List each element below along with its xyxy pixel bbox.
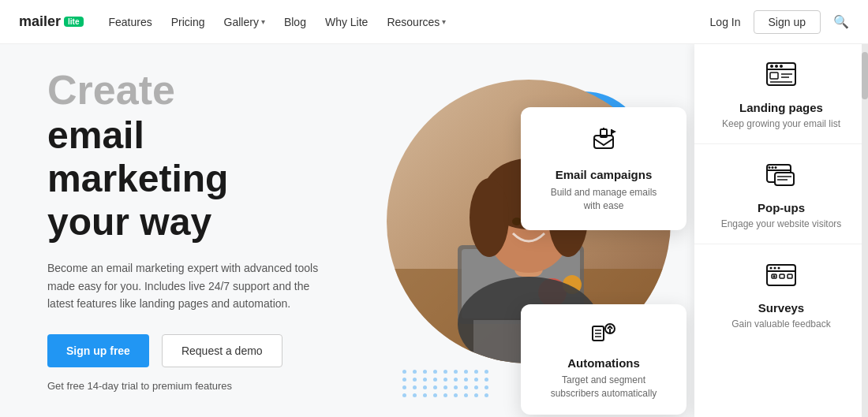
email-campaigns-title: Email campaigns	[543, 168, 664, 181]
trial-text: Get free 14-day trial to premium feature…	[47, 380, 331, 392]
landing-pages-desc: Keep growing your email list	[722, 117, 840, 131]
hero-description: Become an email marketing expert with ad…	[47, 259, 331, 312]
dropdown-item-landing-pages[interactable]: Landing pages Keep growing your email li…	[694, 44, 868, 144]
popups-title: Pop-ups	[758, 201, 805, 214]
svg-point-41	[770, 266, 773, 269]
svg-rect-24	[770, 73, 778, 79]
automations-card: Automations Target and segment subscribe…	[521, 304, 687, 415]
logo-text: mailer	[19, 13, 61, 30]
surveys-title: Surveys	[758, 301, 804, 315]
popups-desc: Engage your website visitors	[721, 218, 842, 231]
automations-title: Automations	[540, 356, 668, 370]
svg-point-9	[470, 178, 509, 257]
svg-point-29	[775, 65, 778, 68]
signup-free-button[interactable]: Sign up free	[47, 334, 149, 367]
logo[interactable]: mailer lite	[19, 13, 84, 30]
dots-decoration	[402, 370, 491, 397]
hero-buttons: Sign up free Request a demo	[47, 334, 331, 367]
landing-pages-icon	[762, 57, 800, 95]
logo-badge: lite	[64, 17, 83, 27]
svg-point-43	[778, 266, 780, 269]
svg-point-37	[772, 166, 774, 169]
svg-point-38	[775, 166, 777, 169]
chevron-down-icon: ▾	[261, 17, 265, 26]
popups-icon	[762, 157, 800, 195]
nav-pricing[interactable]: Pricing	[171, 16, 205, 28]
signup-button[interactable]: Sign up	[754, 10, 821, 34]
svg-point-47	[773, 275, 776, 277]
svg-point-42	[774, 266, 776, 269]
navbar: mailer lite Features Pricing Gallery ▾ B…	[0, 0, 868, 44]
email-campaigns-icon	[543, 125, 664, 162]
nav-blog[interactable]: Blog	[284, 16, 306, 28]
svg-rect-33	[775, 173, 794, 185]
surveys-icon	[762, 257, 800, 295]
email-campaigns-desc: Build and manage emails with ease	[543, 186, 664, 213]
scrollbar[interactable]	[862, 44, 868, 417]
request-demo-button[interactable]: Request a demo	[162, 334, 282, 367]
svg-point-28	[770, 65, 773, 68]
svg-rect-46	[788, 274, 792, 278]
hero-visual: // dots rendered below Email campaigns B…	[363, 44, 868, 417]
svg-point-30	[780, 65, 783, 68]
automations-desc: Target and segment subscribers automatic…	[540, 374, 668, 400]
dropdown-item-surveys[interactable]: Surveys Gain valuable feedback	[694, 244, 868, 344]
hero-section: Create email marketing your way Become a…	[0, 44, 868, 417]
hero-create: Create	[47, 69, 331, 110]
hero-content: Create email marketing your way Become a…	[0, 44, 363, 417]
email-campaigns-card: Email campaigns Build and manage emails …	[521, 107, 687, 230]
nav-gallery[interactable]: Gallery ▾	[224, 16, 265, 28]
svg-point-36	[769, 166, 771, 169]
chevron-down-icon: ▾	[442, 17, 446, 26]
automations-icon	[540, 318, 668, 352]
login-button[interactable]: Log In	[710, 16, 741, 28]
nav-features[interactable]: Features	[109, 16, 152, 28]
nav-why-lite[interactable]: Why Lite	[325, 16, 368, 28]
hero-title: email marketing your way	[47, 114, 331, 244]
search-icon[interactable]: 🔍	[833, 14, 849, 29]
surveys-desc: Gain valuable feedback	[731, 318, 830, 331]
dropdown-item-popups[interactable]: Pop-ups Engage your website visitors	[694, 144, 868, 244]
svg-rect-45	[780, 274, 784, 278]
dropdown-panel: Landing pages Keep growing your email li…	[694, 44, 868, 417]
nav-resources[interactable]: Resources ▾	[387, 16, 446, 28]
landing-pages-title: Landing pages	[739, 101, 823, 114]
